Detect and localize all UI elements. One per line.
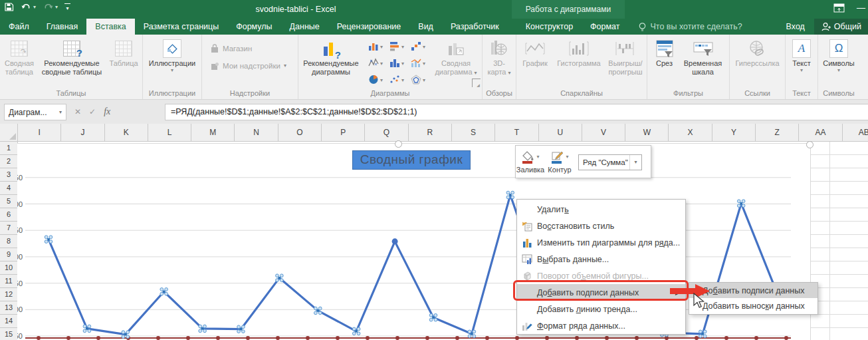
sign-in-button[interactable]: Вход [777, 19, 814, 35]
row-header-5[interactable]: 5 [0, 195, 17, 208]
tab-formulas[interactable]: Формулы [227, 19, 280, 35]
column-header-X[interactable]: X [669, 124, 712, 141]
submenu-item-0[interactable]: Добавить подписи данных [689, 283, 817, 298]
column-header-T[interactable]: T [495, 124, 538, 141]
tab-view[interactable]: Вид [409, 19, 442, 35]
cancel-button[interactable]: ✕ [74, 107, 81, 116]
undo-dropdown[interactable]: ▾ [33, 4, 36, 10]
chart-handle-corner[interactable] [806, 141, 814, 148]
insert-chart-radar-button[interactable]: ▾ [407, 72, 429, 88]
tab-file[interactable]: Файл [0, 19, 38, 35]
column-header-U[interactable]: U [539, 124, 582, 141]
tab-review[interactable]: Рецензирование [328, 19, 410, 35]
table-button[interactable]: Таблица [106, 36, 141, 87]
recommended-charts-button[interactable]: ? Рекомендуемыедиаграммы [298, 36, 364, 87]
share-button[interactable]: Общий [814, 19, 868, 35]
my-addins-button[interactable]: Мои надстройки▾ [210, 59, 286, 73]
column-header-AA[interactable]: AA [799, 124, 842, 141]
select-all-button[interactable] [0, 124, 18, 141]
row-header-14[interactable]: 14 [0, 315, 17, 328]
row-header-4[interactable]: 4 [0, 182, 17, 195]
insert-chart-combo-button[interactable]: ▾ [407, 55, 429, 72]
row-header-2[interactable]: 2 [0, 155, 17, 168]
illustrations-button[interactable]: Иллюстрации ▾ [149, 36, 195, 87]
context-menu-item-6[interactable]: Добавить линию тренда... [517, 301, 685, 317]
context-menu-item-4[interactable]: Поворот объемной фигуры... [517, 267, 685, 284]
column-header-R[interactable]: R [409, 124, 452, 141]
customize-qat-button[interactable]: ▾ [64, 3, 70, 11]
charts-dialog-launcher[interactable] [472, 79, 481, 87]
row-header-7[interactable]: 7 [0, 222, 17, 235]
redo-button[interactable]: ▾ [43, 3, 58, 11]
context-menu-item-3[interactable]: Выбрать данные... [517, 251, 685, 267]
save-button[interactable] [4, 2, 14, 12]
sparkline-column-button[interactable]: Гистограмма [554, 36, 604, 87]
tab-data[interactable]: Данные [281, 19, 328, 35]
column-header-I[interactable]: I [18, 124, 61, 141]
row-header-12[interactable]: 12 [0, 288, 17, 301]
insert-chart-scatter-button[interactable]: ▾ [386, 72, 407, 88]
insert-chart-pie-button[interactable]: ▾ [365, 72, 386, 88]
tab-insert[interactable]: Вставка [86, 19, 134, 35]
redo-dropdown[interactable]: ▾ [55, 4, 58, 10]
series-dropdown-icon[interactable]: ▾ [629, 155, 641, 170]
column-header-J[interactable]: J [61, 124, 104, 141]
chart-title[interactable]: Сводный график [352, 150, 471, 170]
insert-function-button[interactable]: fx [104, 106, 110, 117]
fill-color-button[interactable]: ▾ Заливка [516, 148, 545, 174]
hyperlink-button[interactable]: Гиперссылка [735, 36, 779, 87]
tab-chart-format[interactable]: Формат [582, 19, 628, 35]
column-header-AB[interactable]: AB [843, 124, 868, 141]
row-header-15[interactable]: 15 [0, 328, 17, 340]
map-3d-button[interactable]: 3D- карта ▾ [487, 36, 510, 87]
context-menu-item-7[interactable]: Формат ряда данных... [517, 317, 685, 334]
column-header-Q[interactable]: Q [365, 124, 408, 141]
undo-button[interactable]: ▾ [21, 3, 36, 11]
column-header-Z[interactable]: Z [756, 124, 799, 141]
tell-me-box[interactable]: Что вы хотите сделать? [629, 19, 742, 35]
chart-handle-top[interactable] [395, 140, 402, 148]
name-box-dropdown-icon[interactable]: ▾ [55, 109, 66, 115]
row-header-3[interactable]: 3 [0, 168, 17, 182]
context-menu-item-2[interactable]: Изменить тип диаграммы для ряда... [517, 234, 685, 251]
fill-dropdown-icon[interactable]: ▾ [536, 154, 539, 160]
tab-chart-design[interactable]: Конструктор [517, 19, 582, 35]
column-header-M[interactable]: M [191, 124, 235, 141]
symbols-button[interactable]: Ω Символы ▾ [823, 36, 855, 87]
chart-element-selector[interactable]: Ряд "Сумма" ▾ [578, 154, 642, 170]
row-header-6[interactable]: 6 [0, 208, 17, 222]
name-box[interactable]: Диаграм... ▾ [4, 104, 66, 120]
tab-home[interactable]: Главная [38, 19, 87, 35]
row-header-8[interactable]: 8 [0, 235, 17, 248]
ribbon-display-options-icon[interactable] [833, 3, 845, 13]
context-menu-item-0[interactable]: Удалить [517, 201, 685, 218]
outline-color-button[interactable]: ▾ Контур [545, 148, 574, 174]
insert-chart-bar-button[interactable]: ▾ [386, 39, 407, 55]
row-header-10[interactable]: 10 [0, 261, 17, 275]
column-header-P[interactable]: P [322, 124, 365, 141]
column-header-S[interactable]: S [452, 124, 495, 141]
recommended-pivot-tables-button[interactable]: ? Рекомендуемыесводные таблицы [39, 36, 105, 87]
submenu-item-1[interactable]: Добавить выноски данных [689, 298, 817, 313]
slicer-button[interactable]: Срез [651, 36, 679, 87]
context-menu-item-1[interactable]: Восстановить стиль [517, 218, 685, 234]
enter-button[interactable]: ✓ [89, 107, 96, 116]
minimize-button[interactable]: — [857, 3, 865, 13]
column-header-N[interactable]: N [235, 124, 278, 141]
text-button[interactable]: A Текст ▾ [792, 36, 811, 87]
formula-input[interactable]: =РЯД(данные!$D$1;данные!$A$2:$C$21;данны… [165, 104, 868, 120]
insert-chart-hist-button[interactable]: ▾ [386, 55, 407, 72]
cell-grid[interactable] [811, 142, 868, 340]
column-header-K[interactable]: K [105, 124, 148, 141]
sparkline-line-button[interactable]: График [518, 36, 552, 87]
row-header-11[interactable]: 11 [0, 275, 17, 288]
row-header-1[interactable]: 1 [0, 142, 17, 155]
column-header-V[interactable]: V [582, 124, 625, 141]
insert-chart-col-button[interactable]: ▾ [365, 39, 386, 55]
sparkline-winloss-button[interactable]: Выигрыш/проигрыш [605, 36, 645, 87]
column-header-Y[interactable]: Y [712, 124, 756, 141]
column-header-L[interactable]: L [148, 124, 191, 141]
outline-dropdown-icon[interactable]: ▾ [566, 154, 568, 160]
context-menu-item-5[interactable]: Добавить подписи данных▶ [517, 284, 685, 301]
column-header-W[interactable]: W [625, 124, 669, 141]
